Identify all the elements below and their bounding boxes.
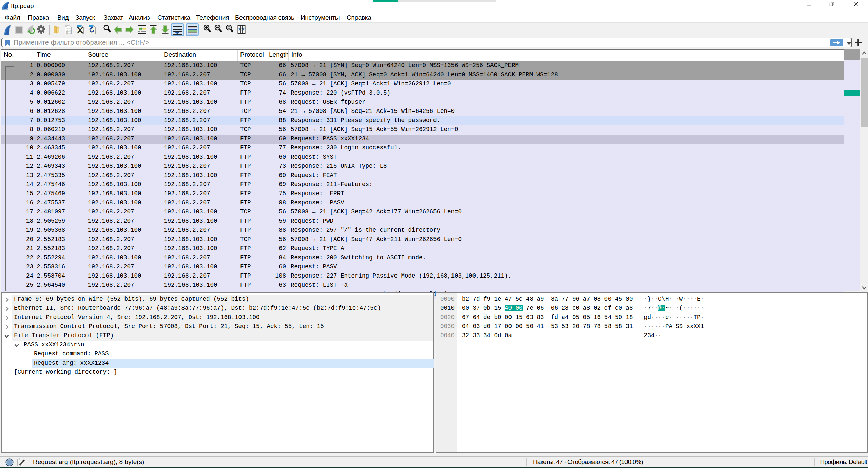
svg-text:0111: 0111 — [66, 32, 71, 34]
